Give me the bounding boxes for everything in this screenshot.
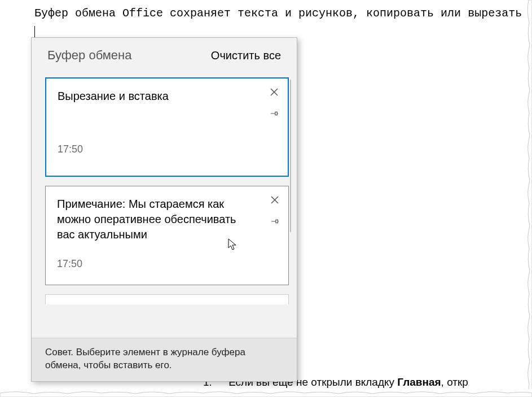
torn-edge-decoration bbox=[525, 0, 532, 397]
pin-icon[interactable] bbox=[267, 107, 281, 120]
clipboard-list: Вырезание и вставка 17:50 Примечание: Мы… bbox=[32, 73, 297, 338]
clipboard-title: Буфер обмена bbox=[47, 48, 132, 63]
close-icon[interactable] bbox=[268, 193, 282, 207]
editor-text-line[interactable]: Буфер обмена Office сохраняет текста и р… bbox=[31, 0, 526, 20]
clipboard-item-time: 17:50 bbox=[57, 258, 278, 270]
clipboard-item-partial[interactable] bbox=[45, 294, 289, 304]
clipboard-item-actions bbox=[268, 193, 282, 228]
close-icon[interactable] bbox=[267, 85, 281, 99]
text-cursor bbox=[34, 26, 35, 38]
torn-edge-decoration bbox=[0, 389, 532, 397]
clipboard-panel: Буфер обмена Очистить все Вырезание и вс… bbox=[31, 37, 297, 382]
clear-all-button[interactable]: Очистить все bbox=[211, 49, 281, 62]
clipboard-item-text: Вырезание и вставка bbox=[58, 89, 278, 104]
clipboard-item-text: Примечание: Мы стараемся как можно опера… bbox=[57, 197, 278, 242]
clipboard-item[interactable]: Примечание: Мы стараемся как можно опера… bbox=[45, 186, 289, 285]
clipboard-item-actions bbox=[267, 85, 281, 120]
clipboard-header: Буфер обмена Очистить все bbox=[32, 38, 297, 73]
pin-icon[interactable] bbox=[268, 215, 282, 228]
clipboard-item-time: 17:50 bbox=[58, 143, 278, 155]
clipboard-item[interactable]: Вырезание и вставка 17:50 bbox=[45, 77, 289, 177]
clipboard-tip: Совет. Выберите элемент в журнале буфера… bbox=[32, 338, 297, 381]
scrollbar[interactable] bbox=[290, 80, 291, 232]
